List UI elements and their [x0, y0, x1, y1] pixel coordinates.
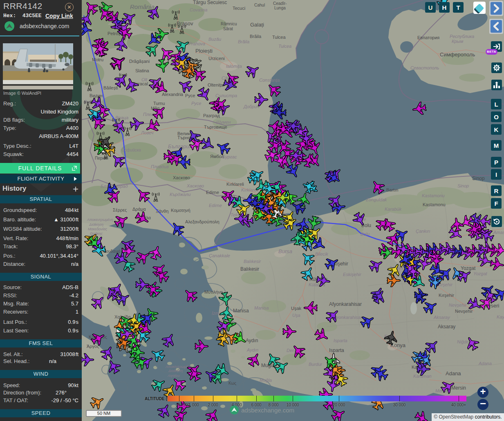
- svg-text:Burdur: Burdur: [309, 362, 323, 367]
- svg-text:Slatina: Slatina: [135, 68, 150, 73]
- svg-text:Galați: Galați: [250, 22, 264, 28]
- svg-text:Kastamonu: Kastamonu: [422, 193, 445, 198]
- svg-text:Aydın: Aydın: [246, 338, 258, 343]
- svg-text:Niğde: Niğde: [457, 339, 469, 344]
- svg-text:Brăila: Brăila: [238, 39, 249, 44]
- svg-text:Ξάνθη: Ξάνθη: [156, 209, 168, 214]
- svg-text:Διοίκηση: Διοίκηση: [89, 223, 103, 227]
- svg-text:Eskişehir: Eskişehir: [343, 272, 362, 277]
- svg-text:Tecuci: Tecuci: [233, 6, 245, 11]
- svg-text:Търговище: Търговище: [204, 125, 227, 129]
- svg-text:Aksaray: Aksaray: [433, 315, 450, 320]
- svg-text:Kırşehir: Kırşehir: [439, 293, 454, 298]
- svg-text:România: România: [130, 3, 155, 10]
- svg-text:Motru: Motru: [92, 57, 103, 62]
- svg-text:Aydın: Aydın: [246, 347, 258, 352]
- svg-text:Русе: Русе: [185, 93, 195, 98]
- svg-text:Ceadîr-: Ceadîr-: [273, 1, 287, 6]
- svg-text:Târgu Secuiesc: Târgu Secuiesc: [193, 0, 227, 5]
- svg-text:Bartın: Bartın: [386, 187, 398, 192]
- svg-text:Zonguldak: Zonguldak: [365, 197, 387, 202]
- svg-text:Urziceni: Urziceni: [208, 56, 225, 61]
- svg-text:Drăgășani: Drăgășani: [129, 59, 150, 64]
- svg-text:Kırklareli: Kırklareli: [226, 182, 244, 187]
- svg-text:Adana: Adana: [446, 370, 461, 376]
- svg-text:Μυτιλήνη: Μυτιλήνη: [204, 290, 223, 294]
- svg-text:Bursa: Bursa: [278, 248, 292, 254]
- svg-text:Σέρρες: Σέρρες: [113, 207, 127, 212]
- svg-text:Nevşehir: Nevşehir: [455, 309, 473, 314]
- svg-text:Μακεδονίας: Μακεδονίας: [88, 227, 108, 231]
- svg-text:Mersin: Mersin: [451, 385, 466, 391]
- svg-text:Bolu: Bolu: [361, 232, 370, 236]
- svg-text:Силистра: Силистра: [215, 93, 237, 98]
- svg-text:Isparta: Isparta: [334, 338, 347, 343]
- svg-text:Республика: Республика: [450, 34, 474, 39]
- svg-text:Хасково: Хасково: [186, 183, 204, 188]
- svg-text:Brașov: Brașov: [177, 20, 193, 27]
- svg-text:Tulcea: Tulcea: [278, 44, 291, 49]
- svg-text:Yozgat: Yozgat: [473, 271, 488, 276]
- svg-text:Băilești: Băilești: [103, 85, 118, 90]
- svg-text:Olt: Olt: [141, 77, 148, 82]
- svg-text:Çanakkale: Çanakkale: [209, 253, 230, 258]
- svg-text:Aksaray: Aksaray: [438, 324, 455, 330]
- svg-text:Διοίκηση: Διοίκηση: [168, 369, 183, 373]
- svg-text:Karabük: Karabük: [385, 207, 401, 212]
- svg-text:Balıkesir: Balıkesir: [244, 259, 262, 264]
- svg-text:Sinop: Sinop: [472, 176, 485, 181]
- svg-text:Шумен: Шумен: [216, 120, 231, 125]
- svg-text:Бургас: Бургас: [222, 154, 237, 159]
- svg-text:Afyonkarahisar: Afyonkarahisar: [329, 301, 362, 307]
- svg-text:Nevşehir: Nevşehir: [449, 303, 467, 307]
- svg-text:Симферополь: Симферополь: [440, 51, 475, 58]
- svg-text:Tulcea: Tulcea: [272, 35, 286, 40]
- svg-text:Muğla: Muğla: [260, 378, 272, 383]
- svg-text:Sărat: Sărat: [223, 27, 233, 31]
- svg-text:Bilecik: Bilecik: [315, 252, 328, 256]
- svg-text:Евпатория: Евпатория: [417, 35, 439, 40]
- svg-text:Крым: Крым: [452, 39, 464, 44]
- svg-text:Râmnicu: Râmnicu: [221, 22, 237, 26]
- svg-text:Русе: Русе: [191, 101, 201, 106]
- svg-text:Kastamonu: Kastamonu: [423, 202, 446, 207]
- svg-text:Ловеч: Ловеч: [141, 130, 154, 135]
- svg-text:Balıkesir: Balıkesir: [240, 266, 259, 272]
- svg-text:Пловдив: Пловдив: [151, 164, 169, 169]
- svg-text:Uşak: Uşak: [291, 306, 302, 311]
- svg-text:Manisa: Manisa: [254, 305, 269, 310]
- svg-text:Uşa: Uşa: [292, 313, 300, 318]
- svg-text:Alexandria: Alexandria: [162, 92, 184, 97]
- svg-text:Turnu: Turnu: [153, 101, 165, 106]
- svg-text:Sinop: Sinop: [457, 183, 469, 188]
- svg-text:Враца: Враца: [115, 115, 128, 120]
- svg-text:Yozgat: Yozgat: [461, 265, 476, 271]
- svg-text:Видин: Видин: [90, 93, 103, 98]
- svg-text:Θράκης: Θράκης: [90, 232, 103, 236]
- svg-text:Prahova: Prahova: [188, 41, 205, 46]
- svg-text:Afyonkarahisar: Afyonkarahisar: [332, 315, 363, 320]
- svg-text:Edirne: Edirne: [206, 190, 219, 195]
- svg-text:Αλεξανδρούπολη: Αλεξανδρούπολη: [185, 219, 220, 224]
- svg-text:Добрич: Добрич: [243, 104, 259, 109]
- svg-text:Άργος: Άργος: [87, 344, 99, 349]
- svg-text:Ploiești: Ploiești: [195, 48, 213, 54]
- svg-text:Oltenița: Oltenița: [208, 82, 224, 87]
- svg-text:Ialomița: Ialomița: [226, 64, 242, 69]
- svg-text:Covasna: Covasna: [190, 7, 207, 12]
- svg-text:Çankırı: Çankırı: [416, 229, 430, 234]
- svg-text:Хасково: Хасково: [173, 175, 190, 180]
- svg-text:Κως: Κως: [228, 381, 236, 385]
- svg-text:Lunga: Lunga: [274, 6, 286, 10]
- svg-text:Edirne: Edirne: [209, 203, 222, 208]
- svg-text:Muğla: Muğla: [261, 363, 275, 368]
- svg-text:Кърджали: Кърджали: [170, 192, 190, 197]
- svg-text:Adana: Adana: [478, 361, 492, 366]
- svg-text:Δράμα: Δράμα: [132, 207, 146, 212]
- svg-text:Konya: Konya: [390, 342, 406, 348]
- svg-text:Αιγαίου: Αιγαίου: [167, 374, 180, 378]
- svg-text:Софийска: Софийска: [121, 148, 141, 152]
- svg-text:Brăila: Brăila: [250, 34, 262, 39]
- svg-text:Buzău: Buzău: [208, 37, 221, 42]
- svg-text:Cahul: Cahul: [254, 3, 265, 7]
